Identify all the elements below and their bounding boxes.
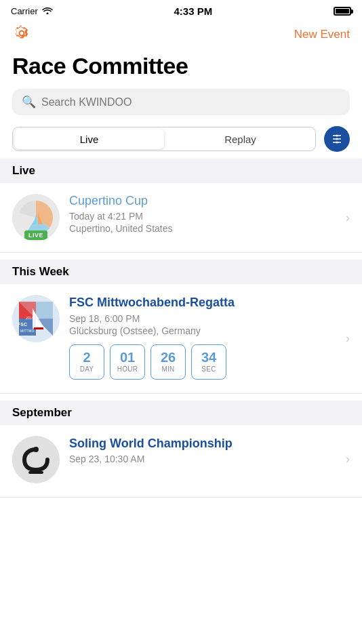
live-tab[interactable]: Live bbox=[14, 129, 164, 149]
soling-card[interactable]: Soling World Championship Sep 23, 10:30 … bbox=[0, 425, 362, 498]
svg-text:2019: 2019 bbox=[26, 316, 34, 320]
countdown-hour-box: 01 HOUR bbox=[110, 344, 145, 380]
status-bar: Carrier 4:33 PM bbox=[0, 0, 362, 20]
status-right bbox=[334, 7, 351, 16]
svg-text:MITTWO...: MITTWO... bbox=[20, 329, 37, 333]
soling-title: Soling World Championship bbox=[69, 436, 334, 451]
svg-text:FSC: FSC bbox=[18, 322, 27, 327]
countdown-hour-number: 01 bbox=[120, 350, 135, 364]
cupertino-cup-title: Cupertino Cup bbox=[69, 194, 334, 208]
chevron-right-icon: › bbox=[346, 211, 350, 225]
status-time: 4:33 PM bbox=[174, 5, 213, 17]
filter-list-icon bbox=[330, 132, 344, 146]
battery-icon bbox=[334, 7, 351, 16]
countdown-sec-label: SEC bbox=[201, 365, 216, 373]
fsc-logo-svg: FSC 2019 MITTWO... bbox=[12, 295, 60, 342]
segment-control-container: Live Replay bbox=[0, 126, 362, 152]
top-nav: New Event bbox=[0, 20, 362, 50]
live-section-header: Live bbox=[0, 159, 362, 183]
chevron-right-icon-soling: › bbox=[346, 452, 350, 466]
countdown-min-box: 26 MIN bbox=[150, 344, 186, 380]
soling-logo-svg bbox=[12, 436, 60, 483]
soling-datetime: Sep 23, 10:30 AM bbox=[69, 454, 334, 464]
countdown-min-label: MIN bbox=[161, 365, 174, 373]
countdown-sec-box: 34 SEC bbox=[191, 344, 226, 380]
countdown-day-box: 2 DAY bbox=[69, 344, 104, 380]
soling-info: Soling World Championship Sep 23, 10:30 … bbox=[69, 436, 334, 466]
cupertino-cup-logo: LIVE bbox=[12, 194, 60, 241]
fsc-location: Glücksburg (Ostsee), Germany bbox=[69, 325, 334, 336]
countdown-hour-label: HOUR bbox=[117, 365, 138, 373]
soling-logo bbox=[12, 436, 60, 483]
this-week-section-header: This Week bbox=[0, 260, 362, 284]
svg-point-11 bbox=[12, 436, 60, 483]
wifi-icon bbox=[42, 6, 53, 16]
settings-button[interactable] bbox=[12, 24, 31, 45]
svg-point-14 bbox=[33, 447, 39, 452]
fsc-card[interactable]: FSC 2019 MITTWO... FSC Mittwochabend-Reg… bbox=[0, 284, 362, 394]
search-input[interactable] bbox=[41, 96, 340, 108]
filter-button[interactable] bbox=[324, 126, 350, 152]
cupertino-cup-location: Cupertino, United States bbox=[69, 223, 334, 234]
gear-icon bbox=[12, 24, 31, 43]
new-event-button[interactable]: New Event bbox=[294, 28, 350, 41]
fsc-datetime: Sep 18, 6:00 PM bbox=[69, 313, 334, 324]
countdown-min-number: 26 bbox=[161, 350, 176, 364]
search-bar-container: 🔍 bbox=[0, 89, 362, 126]
fsc-title: FSC Mittwochabend-Regatta bbox=[69, 295, 334, 310]
status-left: Carrier bbox=[11, 6, 53, 16]
carrier-label: Carrier bbox=[11, 6, 38, 16]
cupertino-cup-info: Cupertino Cup Today at 4:21 PM Cupertino… bbox=[69, 194, 334, 234]
replay-tab[interactable]: Replay bbox=[165, 127, 315, 150]
chevron-right-icon-fsc: › bbox=[346, 331, 350, 346]
countdown-sec-number: 34 bbox=[201, 350, 216, 364]
fsc-logo: FSC 2019 MITTWO... bbox=[12, 295, 60, 342]
countdown-day-number: 2 bbox=[83, 350, 90, 364]
cupertino-cup-card[interactable]: LIVE Cupertino Cup Today at 4:21 PM Cupe… bbox=[0, 183, 362, 253]
segment-control: Live Replay bbox=[12, 127, 316, 151]
live-badge: LIVE bbox=[24, 230, 47, 240]
countdown-day-label: DAY bbox=[80, 365, 94, 373]
cupertino-cup-datetime: Today at 4:21 PM bbox=[69, 211, 334, 222]
search-icon: 🔍 bbox=[22, 95, 36, 109]
september-section-header: September bbox=[0, 401, 362, 425]
fsc-info: FSC Mittwochabend-Regatta Sep 18, 6:00 P… bbox=[69, 295, 334, 380]
fsc-countdown: 2 DAY 01 HOUR 26 MIN 34 SEC bbox=[69, 344, 334, 380]
page-title: Race Committee bbox=[0, 50, 362, 89]
search-bar[interactable]: 🔍 bbox=[12, 89, 350, 115]
